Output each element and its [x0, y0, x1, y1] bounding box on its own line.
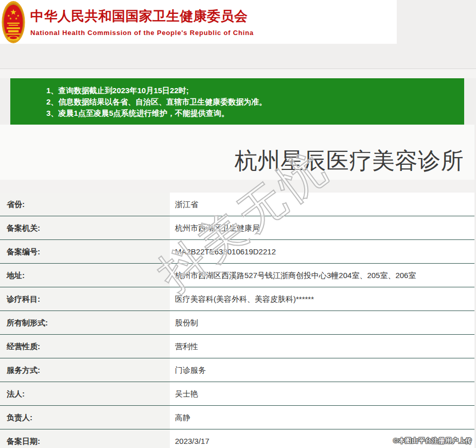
table-row-address: 地址: 杭州市西湖区西溪路527号钱江浙商创投中心3幢204室、205室、206…	[0, 264, 474, 287]
field-value: 医疗美容科(美容外科、美容皮肤科)******	[170, 287, 474, 311]
table-row-filing-number: 备案编号: MA2B22TE633010619D2212	[0, 240, 474, 264]
header-title-cn: 中华人民共和国国家卫生健康委员会	[30, 7, 254, 25]
field-value: 高静	[170, 406, 474, 429]
record-title-strip	[0, 180, 474, 193]
field-label: 负责人:	[0, 406, 170, 429]
notice-line-2: 2、信息数据结果以各省、自治区、直辖市卫生健康委数据为准。	[46, 96, 459, 108]
field-value: 吴士艳	[170, 382, 474, 406]
field-label: 法人:	[0, 382, 170, 406]
record-table: 省份: 浙江省 备案机关: 杭州市西湖区卫生健康局 备案编号: MA2B22TE…	[0, 193, 474, 448]
sub-header-band	[0, 69, 476, 78]
notice-line-3: 3、凌晨1点至凌晨5点系统进行维护，不能提供查询。	[46, 108, 459, 119]
notice-box: 1、查询数据截止到2023年10月15日22时; 2、信息数据结果以各省、自治区…	[10, 78, 464, 125]
header-title-en: National Health Commission of the People…	[30, 29, 254, 37]
china-national-emblem-icon	[2, 1, 25, 44]
header-titles: 中华人民共和国国家卫生健康委员会 National Health Commiss…	[30, 7, 254, 37]
field-label: 所有制形式:	[0, 311, 170, 335]
field-value: 杭州市西湖区卫生健康局	[170, 216, 474, 240]
table-row-business-nature: 经营性质: 营利性	[0, 335, 474, 358]
field-value: 浙江省	[170, 193, 474, 216]
upload-credit-watermark: ©本图由平台注册用户上传	[393, 437, 472, 445]
field-label: 地址:	[0, 264, 170, 287]
nhc-record-page: 中华人民共和国国家卫生健康委员会 National Health Commiss…	[0, 0, 476, 448]
field-label: 诊疗科目:	[0, 287, 170, 311]
field-label: 经营性质:	[0, 335, 170, 358]
site-header: 中华人民共和国国家卫生健康委员会 National Health Commiss…	[0, 0, 397, 44]
field-value: MA2B22TE633010619D2212	[170, 240, 474, 264]
field-value: 股份制	[170, 311, 474, 335]
field-label: 备案日期:	[0, 429, 170, 448]
record-title: 杭州星辰医疗美容诊所	[235, 146, 464, 176]
table-row-province: 省份: 浙江省	[0, 193, 474, 216]
field-value: 杭州市西湖区西溪路527号钱江浙商创投中心3幢204室、205室、206室	[170, 264, 474, 287]
field-label: 备案机关:	[0, 216, 170, 240]
field-label: 服务方式:	[0, 358, 170, 382]
field-label: 省份:	[0, 193, 170, 216]
table-row-filing-authority: 备案机关: 杭州市西湖区卫生健康局	[0, 216, 474, 240]
table-row-service-mode: 服务方式: 门诊服务	[0, 358, 474, 382]
table-row-person-in-charge: 负责人: 高静	[0, 406, 474, 429]
field-value: 门诊服务	[170, 358, 474, 382]
table-row-ownership-form: 所有制形式: 股份制	[0, 311, 474, 335]
notice-line-1: 1、查询数据截止到2023年10月15日22时;	[46, 85, 459, 96]
field-label: 备案编号:	[0, 240, 170, 264]
table-row-legal-person: 法人: 吴士艳	[0, 382, 474, 406]
field-value: 营利性	[170, 335, 474, 358]
table-row-medical-subjects: 诊疗科目: 医疗美容科(美容外科、美容皮肤科)******	[0, 287, 474, 311]
